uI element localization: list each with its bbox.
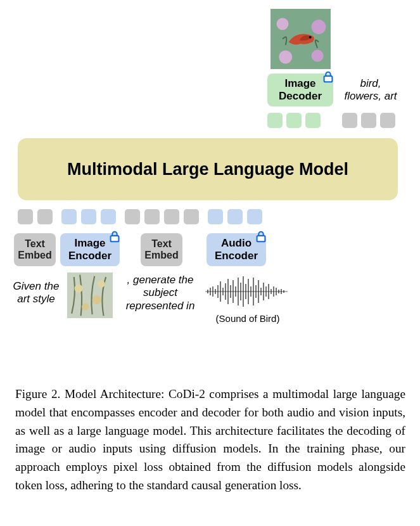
token xyxy=(61,209,77,224)
output-text: bird, flowers, art xyxy=(336,77,405,103)
text-embed-1-block: Text Embed xyxy=(14,233,56,266)
svg-point-2 xyxy=(312,20,326,34)
token xyxy=(144,209,160,224)
token xyxy=(361,113,376,128)
prompt-text-2: , generate the subject represented in xyxy=(119,274,201,312)
token xyxy=(267,113,283,128)
audio-encoder-label: Audio Encoder xyxy=(215,237,258,262)
audio-waveform xyxy=(205,274,288,309)
generated-image xyxy=(270,9,331,69)
svg-rect-6 xyxy=(324,76,333,82)
token xyxy=(286,113,302,128)
token xyxy=(305,113,321,128)
architecture-diagram: Image Decoder bird, flowers, art Multimo… xyxy=(0,0,420,364)
token xyxy=(208,209,223,224)
token xyxy=(342,113,357,128)
image-decoder-block: Image Decoder xyxy=(267,74,333,106)
token xyxy=(164,209,179,224)
svg-point-12 xyxy=(98,280,105,288)
image-decoder-label: Image Decoder xyxy=(279,77,322,102)
token xyxy=(184,209,199,224)
audio-encoder-block: Audio Encoder xyxy=(207,233,266,266)
text-embed-2-block: Text Embed xyxy=(141,233,182,266)
llm-title: Multimodal Large Language Model xyxy=(67,160,348,179)
svg-rect-8 xyxy=(257,236,265,241)
text-embed-2-label: Text Embed xyxy=(144,238,178,262)
audio-caption: (Sound of Bird) xyxy=(207,313,289,324)
svg-point-1 xyxy=(277,18,289,30)
token xyxy=(18,209,33,224)
lock-icon xyxy=(254,229,268,243)
svg-point-13 xyxy=(82,303,89,311)
multimodal-llm-block: Multimodal Large Language Model xyxy=(18,138,398,200)
svg-point-4 xyxy=(312,50,324,62)
text-embed-1-label: Text Embed xyxy=(18,238,51,262)
lock-icon xyxy=(108,229,122,243)
svg-rect-7 xyxy=(111,236,119,241)
token xyxy=(125,209,140,224)
token xyxy=(227,209,243,224)
token xyxy=(81,209,96,224)
svg-point-10 xyxy=(75,285,83,293)
token xyxy=(101,209,116,224)
svg-point-3 xyxy=(279,51,292,64)
style-reference-image xyxy=(67,273,113,318)
figure-caption: Figure 2. Model Architecture: CoDi-2 com… xyxy=(15,385,405,495)
svg-point-5 xyxy=(309,36,312,39)
image-encoder-label: Image Encoder xyxy=(68,237,111,262)
token xyxy=(37,209,53,224)
token xyxy=(247,209,262,224)
lock-icon xyxy=(321,70,335,84)
image-encoder-block: Image Encoder xyxy=(60,233,120,266)
token xyxy=(380,113,395,128)
svg-point-11 xyxy=(92,295,101,304)
prompt-text-1: Given the art style xyxy=(8,280,65,306)
